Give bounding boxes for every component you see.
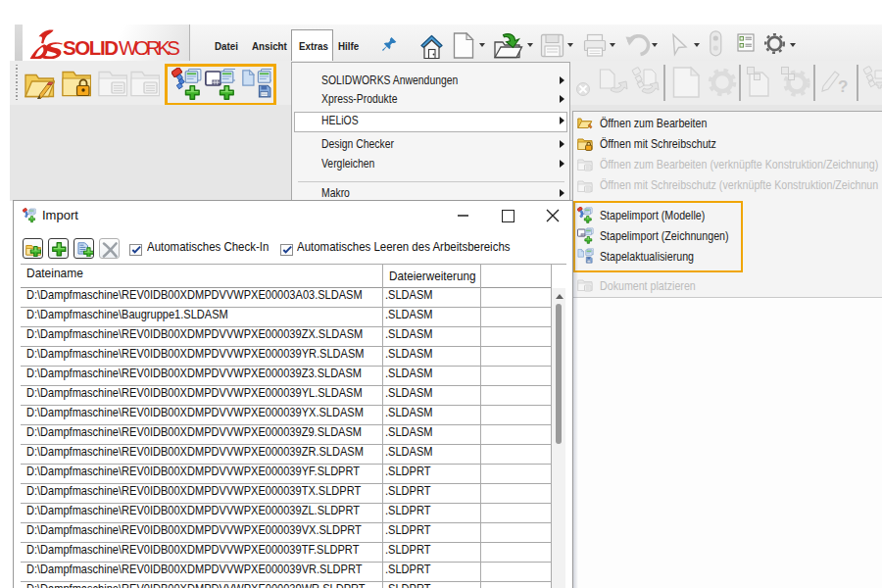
svg-text:WORKS: WORKS	[119, 36, 180, 59]
svg-text:?: ?	[838, 77, 848, 96]
svg-text:SOLID: SOLID	[63, 36, 119, 59]
